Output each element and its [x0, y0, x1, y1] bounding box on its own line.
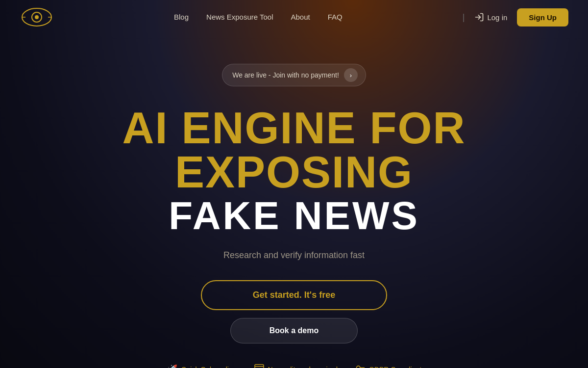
feature-gdpr: GDPR Compliant: [355, 363, 421, 368]
logo[interactable]: [20, 5, 54, 29]
login-icon: [474, 12, 484, 22]
announcement-pill[interactable]: We are live - Join with no payment! ›: [222, 64, 366, 86]
feature-no-credit-card: No credit card required: [254, 364, 338, 368]
feature-quick-onboarding-label: Quick Onboarding: [181, 366, 237, 368]
headline-line2: FAKE NEWS: [169, 196, 419, 236]
nav-news-exposure-tool[interactable]: News Exposure Tool: [206, 13, 273, 21]
hero-subtitle: Research and verify information fast: [223, 250, 365, 261]
nav-divider: |: [463, 12, 465, 23]
hero-section: We are live - Join with no payment! › AI…: [0, 34, 588, 368]
credit-card-icon: [254, 364, 264, 368]
signup-button[interactable]: Sign Up: [517, 8, 568, 26]
feature-no-credit-card-label: No credit card required: [268, 366, 338, 368]
rocket-icon: 🚀: [167, 364, 177, 368]
logo-icon: [20, 5, 54, 29]
nav-about[interactable]: About: [291, 13, 310, 21]
announcement-text: We are live - Join with no payment!: [232, 71, 339, 79]
login-link[interactable]: Log in: [474, 12, 507, 22]
announcement-arrow-icon: ›: [344, 68, 358, 82]
nav-auth: | Log in Sign Up: [463, 8, 568, 26]
nav-blog[interactable]: Blog: [174, 13, 189, 21]
feature-quick-onboarding: 🚀 Quick Onboarding: [167, 364, 237, 368]
features-list: 🚀 Quick Onboarding No credit card requir…: [167, 363, 422, 368]
feature-gdpr-label: GDPR Compliant: [369, 366, 421, 368]
navbar: Blog News Exposure Tool About FAQ | Log …: [0, 0, 588, 34]
login-label: Log in: [487, 13, 507, 22]
gdpr-key-icon: [355, 363, 365, 368]
svg-point-2: [35, 15, 39, 19]
nav-faq[interactable]: FAQ: [328, 13, 343, 21]
nav-links: Blog News Exposure Tool About FAQ: [174, 13, 343, 22]
headline-line1: AI ENGINE FOR EXPOSING: [0, 106, 588, 194]
key-icon: [355, 363, 365, 368]
card-icon: [254, 364, 264, 368]
cta-secondary-button[interactable]: Book a demo: [230, 318, 358, 343]
cta-primary-button[interactable]: Get started. It's free: [201, 280, 387, 310]
